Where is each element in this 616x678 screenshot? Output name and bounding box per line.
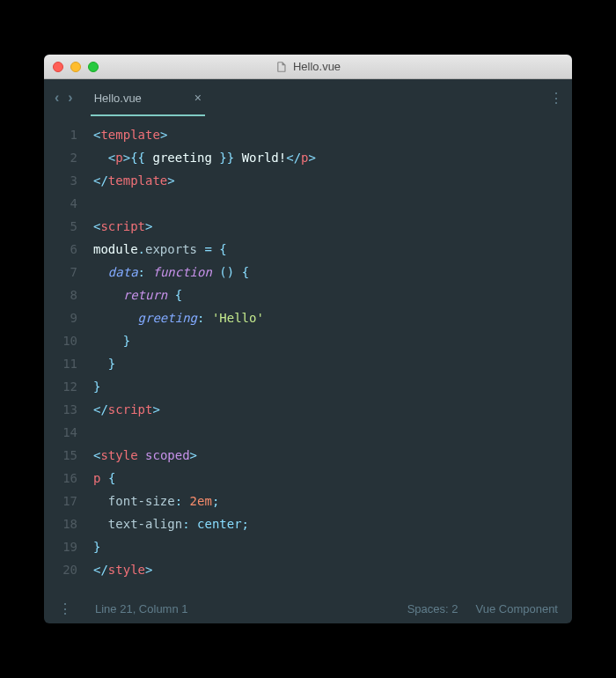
minimize-button[interactable] [70, 62, 81, 72]
code-line[interactable]: } [93, 352, 572, 375]
indent-setting[interactable]: Spaces: 2 [407, 602, 458, 615]
line-number: 18 [44, 512, 77, 535]
code-line[interactable]: <script> [93, 215, 572, 238]
nav-arrows: ‹ › [55, 90, 73, 106]
syntax-mode[interactable]: Vue Component [476, 602, 558, 615]
line-number: 14 [44, 421, 77, 444]
line-number: 16 [44, 467, 77, 490]
code-line[interactable]: </template> [93, 169, 572, 192]
code-line[interactable]: return { [93, 284, 572, 306]
code-line[interactable]: </style> [93, 558, 572, 581]
code-line[interactable]: font-size: 2em; [93, 490, 572, 512]
code-line[interactable] [93, 421, 572, 444]
line-number: 17 [44, 490, 77, 512]
line-number: 11 [44, 352, 77, 375]
tab-close-button[interactable]: × [194, 91, 202, 105]
line-number: 20 [44, 558, 77, 581]
line-number: 6 [44, 238, 77, 261]
line-number: 1 [44, 123, 77, 146]
code-line[interactable]: greeting: 'Hello' [93, 306, 572, 329]
line-number: 13 [44, 398, 77, 421]
code-line[interactable]: <style scoped> [93, 444, 572, 467]
file-icon [275, 60, 288, 74]
code-line[interactable] [93, 192, 572, 215]
tab-label: Hello.vue [94, 92, 142, 105]
line-number: 15 [44, 444, 77, 467]
maximize-button[interactable] [88, 62, 99, 72]
line-number: 19 [44, 535, 77, 558]
editor-area[interactable]: 1234567891011121314151617181920 <templat… [44, 116, 572, 593]
code-line[interactable]: } [93, 329, 572, 352]
window-title: Hello.vue [275, 60, 341, 74]
tabbar: ‹ › Hello.vue × ⋮ [44, 79, 572, 116]
tab-hello-vue[interactable]: Hello.vue × [94, 79, 202, 116]
code-line[interactable]: text-align: center; [93, 512, 572, 535]
traffic-lights [53, 62, 99, 72]
tab-active-indicator [91, 114, 205, 116]
line-number: 10 [44, 329, 77, 352]
close-button[interactable] [53, 62, 63, 72]
code-content[interactable]: <template> <p>{{ greeting }} World!</p><… [93, 123, 572, 581]
titlebar: Hello.vue [44, 55, 572, 79]
cursor-position[interactable]: Line 21, Column 1 [95, 602, 188, 615]
code-line[interactable]: p { [93, 467, 572, 490]
line-number: 8 [44, 284, 77, 306]
line-number: 3 [44, 169, 77, 192]
code-line[interactable]: data: function () { [93, 261, 572, 284]
window-title-text: Hello.vue [293, 60, 341, 73]
code-line[interactable]: </script> [93, 398, 572, 421]
line-number: 2 [44, 146, 77, 169]
statusbar: ⋮ Line 21, Column 1 Spaces: 2 Vue Compon… [44, 593, 572, 623]
line-number: 12 [44, 375, 77, 398]
tabbar-menu-button[interactable]: ⋮ [549, 90, 561, 107]
code-line[interactable]: } [93, 375, 572, 398]
editor-window: Hello.vue ‹ › Hello.vue × ⋮ 123456789101… [44, 55, 572, 623]
code-line[interactable]: <p>{{ greeting }} World!</p> [93, 146, 572, 169]
code-line[interactable]: } [93, 535, 572, 558]
nav-back-button[interactable]: ‹ [55, 90, 59, 106]
line-number: 5 [44, 215, 77, 238]
line-number: 9 [44, 306, 77, 329]
statusbar-menu-button[interactable]: ⋮ [58, 601, 70, 617]
line-number: 7 [44, 261, 77, 284]
line-number-gutter: 1234567891011121314151617181920 [44, 123, 93, 581]
line-number: 4 [44, 192, 77, 215]
code-line[interactable]: module.exports = { [93, 238, 572, 261]
code-line[interactable]: <template> [93, 123, 572, 146]
nav-forward-button[interactable]: › [68, 90, 72, 106]
